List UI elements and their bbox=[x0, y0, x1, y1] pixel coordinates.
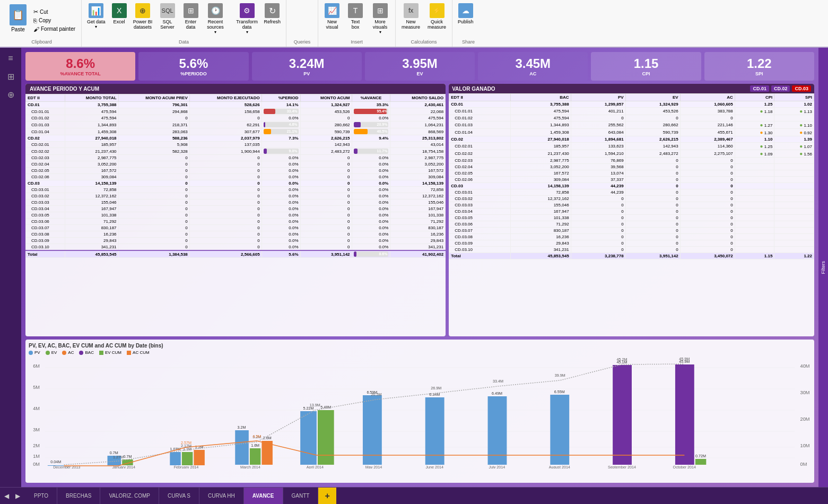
svg-text:33.4M: 33.4M bbox=[493, 379, 503, 384]
chart-panel: PV, EV, AC, BAC, EV CUM and AC CUM by Da… bbox=[25, 340, 814, 483]
cut-button[interactable]: ✂ Cut bbox=[32, 8, 77, 16]
new-measure-button[interactable]: fx New measure bbox=[399, 2, 423, 31]
sidebar-icon-data[interactable]: ⊞ bbox=[4, 70, 17, 83]
right-filter-panel[interactable]: Filters bbox=[818, 48, 828, 487]
legend-ac: AC bbox=[62, 350, 74, 355]
svg-rect-57 bbox=[613, 365, 632, 465]
svg-rect-62 bbox=[695, 459, 706, 465]
tab-ppto[interactable]: PPTO bbox=[25, 488, 57, 504]
publish-button[interactable]: ☁ Publish bbox=[456, 2, 476, 25]
paste-button[interactable]: 📋 Paste bbox=[6, 2, 30, 38]
calculations-section: fx New measure ⚡ Quick measure Calculati… bbox=[396, 0, 452, 47]
svg-rect-48 bbox=[425, 397, 444, 465]
svg-text:45.2M: 45.2M bbox=[617, 358, 627, 362]
nav-next-arrow[interactable]: ▶ bbox=[13, 488, 22, 504]
tab-curva-hh[interactable]: CURVA HH bbox=[199, 488, 244, 504]
svg-text:30M: 30M bbox=[800, 390, 810, 395]
svg-text:20.5M: 20.5M bbox=[371, 393, 382, 397]
svg-text:2M: 2M bbox=[33, 443, 40, 448]
enter-data-button[interactable]: ⊞ Enter data bbox=[180, 2, 202, 31]
right-table-header: VALOR GANADO CD.01 CD.02 CD.03 bbox=[449, 84, 814, 93]
legend-ev-cum: EV CUM bbox=[99, 350, 121, 355]
cd03-badge[interactable]: CD.03 bbox=[792, 85, 811, 92]
svg-text:0M: 0M bbox=[800, 462, 807, 467]
svg-text:0.72M: 0.72M bbox=[695, 454, 706, 458]
svg-text:September 2014: September 2014 bbox=[608, 465, 636, 468]
new-visual-button[interactable]: 📈 New visual bbox=[321, 2, 343, 31]
left-table-header: AVANCE PERIODO Y ACUM bbox=[25, 84, 446, 94]
kpi-spi: 1.22 SPI bbox=[704, 52, 814, 81]
left-data-table: EDT II MONTO TOTAL MONTO ACUM PREV MONTO… bbox=[25, 94, 446, 258]
copy-button[interactable]: ⎘ Copy bbox=[32, 17, 77, 24]
more-visuals-button[interactable]: ⊞ More visuals ▾ bbox=[368, 2, 392, 36]
text-box-button[interactable]: T Text box bbox=[345, 2, 366, 31]
tab-valoriz-comp[interactable]: VALORIZ. COMP bbox=[100, 488, 159, 504]
kpi-ac: 3.45M AC bbox=[478, 52, 588, 81]
svg-text:6.55M: 6.55M bbox=[554, 390, 565, 394]
left-sidebar: ≡ ⊞ ⊕ bbox=[0, 48, 21, 487]
tab-add-button[interactable]: + bbox=[318, 488, 336, 504]
svg-text:6M: 6M bbox=[33, 363, 40, 369]
svg-text:0.04M: 0.04M bbox=[50, 460, 61, 464]
svg-text:4.5M: 4.5M bbox=[252, 435, 261, 439]
sidebar-icon-report[interactable]: ≡ bbox=[4, 52, 17, 65]
sql-button[interactable]: SQL SQL Server bbox=[157, 2, 178, 31]
refresh-button[interactable]: ↻ Refresh bbox=[262, 2, 283, 25]
svg-rect-40 bbox=[300, 411, 317, 465]
svg-text:February 2014: February 2014 bbox=[174, 465, 199, 468]
format-painter-button[interactable]: 🖌 Format painter bbox=[32, 25, 77, 33]
power-bi-button[interactable]: ⊕ Power BI datasets bbox=[131, 2, 155, 31]
svg-rect-35 bbox=[250, 448, 260, 465]
svg-text:0.7M: 0.7M bbox=[123, 455, 132, 459]
svg-text:0M: 0M bbox=[33, 462, 40, 467]
svg-rect-54 bbox=[550, 395, 569, 465]
nav-prev-arrow[interactable]: ◀ bbox=[0, 488, 13, 504]
svg-text:August 2014: August 2014 bbox=[549, 465, 570, 468]
sidebar-icon-model[interactable]: ⊕ bbox=[4, 88, 17, 101]
excel-button[interactable]: X Excel bbox=[110, 2, 129, 25]
svg-text:4M: 4M bbox=[33, 406, 40, 411]
svg-rect-45 bbox=[363, 395, 382, 465]
svg-text:June 2014: June 2014 bbox=[425, 465, 443, 468]
svg-text:26.9M: 26.9M bbox=[431, 386, 441, 390]
chart-title: PV, EV, AC, BAC, EV CUM and AC CUM by Da… bbox=[29, 343, 811, 349]
chart-legend: PV EV AC BAC EV CUM AC CUM bbox=[29, 350, 811, 355]
tab-brechas[interactable]: BRECHAS bbox=[57, 488, 100, 504]
svg-text:39.9M: 39.9M bbox=[555, 373, 565, 378]
quick-measure-button[interactable]: ⚡ Quick measure bbox=[425, 2, 449, 31]
recent-sources-button[interactable]: 🕐 Recent sources ▾ bbox=[204, 2, 228, 36]
tab-gantt[interactable]: GANTT bbox=[283, 488, 319, 504]
kpi-avance-total: 8.6% %AVANCE TOTAL bbox=[25, 52, 135, 81]
svg-text:6.49M: 6.49M bbox=[492, 392, 502, 396]
svg-rect-28 bbox=[182, 452, 193, 465]
svg-text:2.57M: 2.57M bbox=[181, 441, 191, 445]
svg-text:0.7M: 0.7M bbox=[110, 451, 118, 455]
cd01-badge[interactable]: CD.01 bbox=[750, 85, 769, 92]
kpi-periodo: 5.6% %PERIODO bbox=[138, 52, 248, 81]
tab-curva-s[interactable]: CURVA S bbox=[159, 488, 199, 504]
transform-data-button[interactable]: ⚙ Transform data ▾ bbox=[234, 2, 260, 36]
main-content: 8.6% %AVANCE TOTAL 5.6% %PERIODO 3.24M P… bbox=[21, 48, 818, 487]
right-table-panel: VALOR GANADO CD.01 CD.02 CD.03 EDT II BA… bbox=[449, 84, 814, 336]
svg-rect-51 bbox=[488, 396, 507, 465]
get-data-button[interactable]: 📊 Get data ▾ bbox=[85, 2, 108, 30]
insert-label: Insert bbox=[321, 39, 392, 45]
insert-section: 📈 New visual T Text box ⊞ More visuals ▾… bbox=[318, 0, 396, 47]
svg-text:40M: 40M bbox=[800, 363, 810, 369]
svg-rect-60 bbox=[675, 364, 694, 465]
calculations-label: Calculations bbox=[399, 39, 449, 45]
svg-rect-42 bbox=[318, 410, 334, 465]
tables-row: AVANCE PERIODO Y ACUM EDT II MONTO TOTAL… bbox=[25, 84, 814, 336]
svg-text:March 2014: March 2014 bbox=[240, 465, 260, 468]
svg-text:1.27M: 1.27M bbox=[113, 455, 124, 459]
clipboard-label: Clipboard bbox=[31, 39, 52, 45]
left-table-panel: AVANCE PERIODO Y ACUM EDT II MONTO TOTAL… bbox=[25, 84, 446, 336]
tab-avance[interactable]: AVANCE bbox=[244, 488, 283, 504]
cd02-badge[interactable]: CD.02 bbox=[771, 85, 790, 92]
svg-text:20M: 20M bbox=[800, 416, 810, 422]
legend-ac-cum: AC CUM bbox=[127, 350, 150, 355]
svg-rect-33 bbox=[235, 430, 249, 465]
svg-text:1.6M: 1.6M bbox=[251, 444, 259, 448]
data-label: Data bbox=[85, 39, 283, 45]
right-data-table: EDT II BAC PV EV AC CPI SPI CD.013,755,3… bbox=[449, 93, 814, 259]
